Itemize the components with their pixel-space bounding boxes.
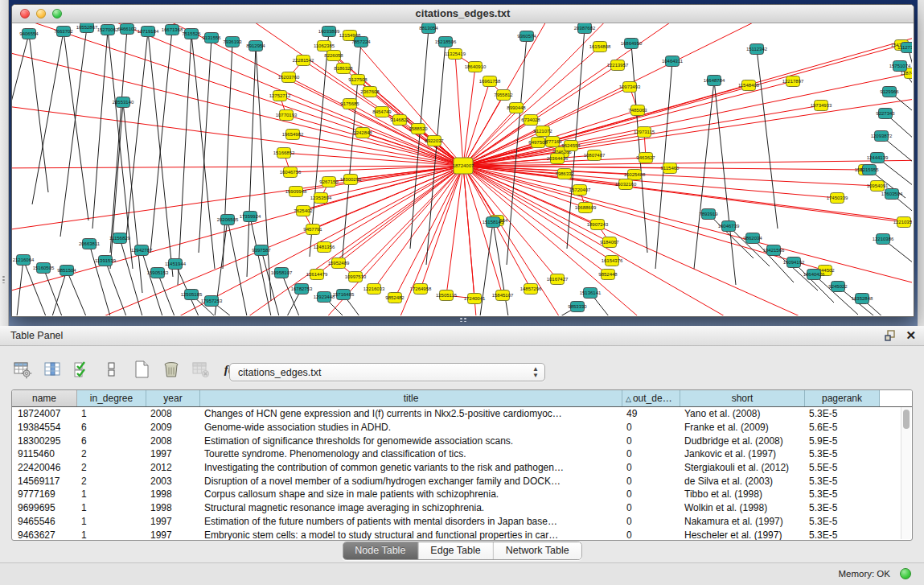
graph-node[interactable]: 9406554: [19, 29, 39, 39]
network-window-titlebar[interactable]: citations_edges.txt: [12, 5, 914, 23]
table-cell[interactable]: Tibbo et al. (1998): [680, 488, 805, 500]
table-cell[interactable]: 2: [77, 462, 146, 473]
table-cell[interactable]: 2: [77, 448, 146, 459]
graph-node[interactable]: 8454749: [372, 107, 392, 117]
table-cell[interactable]: Estimation of significance thresholds fo…: [200, 435, 622, 447]
network-graph-canvas[interactable]: 1872400712154908110623852228154216203760…: [12, 23, 912, 315]
graph-node[interactable]: 9853330: [568, 302, 587, 312]
table-cell[interactable]: Tourette syndrome. Phenomenology and cla…: [200, 448, 622, 459]
graph-node[interactable]: 21216064: [13, 255, 35, 266]
graph-node[interactable]: 6497508: [528, 138, 548, 148]
graph-node[interactable]: 10688609: [575, 203, 597, 213]
table-cell[interactable]: Disruption of a novel member of a sodium…: [200, 476, 622, 487]
graph-node[interactable]: 2367608: [360, 87, 380, 97]
graph-node[interactable]: 7986332: [555, 169, 574, 179]
column-header-out_de[interactable]: △out_de…: [622, 390, 680, 406]
table-cell[interactable]: 18300295: [12, 435, 77, 447]
table-cell[interactable]: 0: [622, 516, 680, 527]
table-cell[interactable]: de Silva et al. (2003): [680, 476, 805, 487]
table-cell[interactable]: 9115460: [12, 448, 77, 459]
graph-node[interactable]: 10719184: [138, 27, 159, 37]
graph-node[interactable]: 16782753: [291, 284, 313, 295]
column-header-pagerank[interactable]: pagerank: [805, 390, 880, 406]
table-cell[interactable]: 0: [622, 502, 680, 513]
table-cell[interactable]: 9463627: [12, 529, 77, 541]
graph-node[interactable]: 12210356: [893, 217, 912, 228]
graph-node[interactable]: 16094192: [783, 257, 805, 268]
graph-node[interactable]: 12505115: [436, 290, 458, 301]
graph-node[interactable]: 12213957: [607, 60, 629, 71]
graph-node[interactable]: 9267150: [319, 177, 339, 187]
table-cell[interactable]: Corpus callosum shape and size in male p…: [200, 488, 622, 500]
graph-node[interactable]: 10997533: [345, 272, 367, 282]
graph-node[interactable]: 16154808: [589, 42, 611, 52]
table-cell[interactable]: 0: [622, 529, 680, 541]
graph-node[interactable]: 12942787: [131, 245, 153, 256]
table-cell[interactable]: 22420046: [12, 462, 77, 473]
table-row[interactable]: 911546021997Tourette syndrome. Phenomeno…: [12, 447, 912, 461]
graph-node[interactable]: 16352848: [852, 294, 873, 304]
table-row[interactable]: 1830029562008Estimation of significance …: [12, 434, 912, 447]
table-cell[interactable]: Wolkin et al. (1998): [680, 502, 805, 513]
memory-ok-indicator[interactable]: [900, 568, 911, 579]
table-cell[interactable]: 9777169: [12, 488, 77, 500]
table-cell[interactable]: 5.3E-5: [805, 408, 880, 419]
graph-node[interactable]: 11325419: [445, 49, 466, 60]
graph-node[interactable]: 16033809: [318, 27, 340, 37]
graph-node[interactable]: 9175685: [340, 99, 359, 109]
graph-node[interactable]: 7663702: [54, 27, 73, 37]
graph-node[interactable]: 15136141: [580, 288, 602, 299]
table-cell[interactable]: 5.5E-5: [805, 462, 880, 473]
graph-node[interactable]: 12973115: [634, 127, 655, 138]
column-header-title[interactable]: title: [200, 390, 622, 406]
table-cell[interactable]: 18724007: [12, 408, 77, 419]
table-cell[interactable]: 49: [622, 408, 680, 419]
delete-icon[interactable]: [160, 358, 183, 381]
float-window-icon[interactable]: [884, 329, 897, 342]
graph-node[interactable]: 11062385: [314, 41, 335, 51]
tab-edge-table[interactable]: Edge Table: [418, 542, 493, 559]
graph-node[interactable]: 12752712: [269, 91, 291, 101]
graph-node[interactable]: 8990448: [507, 103, 526, 113]
table-cell[interactable]: 0: [622, 422, 680, 433]
graph-node[interactable]: 6734028: [521, 115, 540, 126]
delete-table-icon[interactable]: [190, 358, 212, 381]
graph-node[interactable]: 9624554: [561, 141, 581, 151]
graph-node[interactable]: 16961758: [479, 76, 501, 87]
graph-node[interactable]: 12216033: [363, 284, 385, 295]
table-cell[interactable]: Nakamura et al. (1997): [680, 516, 805, 527]
table-cell[interactable]: 2008: [146, 408, 200, 419]
graph-node[interactable]: 8226058: [324, 51, 343, 61]
graph-node[interactable]: 12217897: [782, 76, 804, 87]
table-row[interactable]: 977716911998Corpus callosum shape and si…: [12, 488, 912, 501]
table-cell[interactable]: 1: [77, 529, 146, 541]
table-row[interactable]: 1872400712008Changes of HCN gene express…: [12, 407, 912, 421]
graph-node[interactable]: 8186328: [334, 64, 353, 74]
graph-node[interactable]: 8912954: [246, 41, 265, 51]
graph-node[interactable]: 15720407: [569, 185, 591, 196]
graph-node[interactable]: 9851504: [57, 266, 76, 276]
table-cell[interactable]: 5.6E-5: [805, 422, 880, 433]
graph-node[interactable]: 17603504: [881, 189, 903, 200]
column-header-short[interactable]: short: [680, 390, 805, 406]
graph-node[interactable]: 12093872: [871, 131, 893, 142]
graph-node[interactable]: 12614479: [306, 270, 328, 280]
graph-node[interactable]: 1588520: [409, 124, 428, 134]
graph-node[interactable]: 8813054: [419, 23, 438, 34]
graph-node[interactable]: 16864950: [621, 39, 643, 49]
graph-node[interactable]: 18640910: [465, 62, 487, 72]
table-cell[interactable]: 2012: [146, 462, 200, 473]
network-view-window[interactable]: citations_edges.txt 18724007121549081106…: [11, 4, 914, 317]
graph-node[interactable]: 9115460: [661, 163, 680, 174]
graph-node[interactable]: 9360574: [517, 31, 536, 42]
table-cell[interactable]: 1998: [146, 502, 200, 513]
table-cell[interactable]: Genome-wide association studies in ADHD.: [200, 422, 622, 433]
graph-node[interactable]: 16648784: [704, 76, 725, 86]
graph-node[interactable]: 7955812: [494, 90, 513, 101]
graph-node[interactable]: 15845107: [492, 290, 514, 301]
column-header-in_degree[interactable]: in_degree: [77, 390, 146, 406]
graph-node[interactable]: 9463627: [636, 153, 655, 163]
minimize-window-icon[interactable]: [36, 9, 46, 19]
table-cell[interactable]: 5.3E-5: [805, 529, 880, 541]
table-cell[interactable]: 5.9E-5: [805, 435, 880, 447]
